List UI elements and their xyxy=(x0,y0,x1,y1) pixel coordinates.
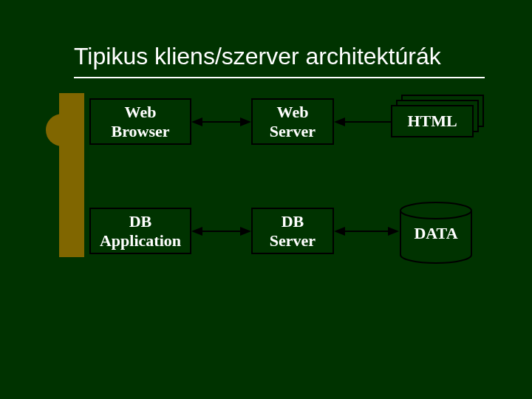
text-line: Application xyxy=(100,231,181,250)
text-line: DB xyxy=(129,212,152,231)
svg-marker-12 xyxy=(240,227,251,236)
arrow-dbserver-data xyxy=(334,225,399,238)
svg-marker-7 xyxy=(240,117,251,126)
title-underline xyxy=(74,77,485,78)
text-line: Web xyxy=(125,103,157,121)
svg-marker-14 xyxy=(334,227,345,236)
data-cylinder: DATA xyxy=(399,202,473,264)
text-line: Server xyxy=(270,122,316,140)
stack-card-front: HTML xyxy=(391,105,474,137)
svg-marker-9 xyxy=(334,117,345,126)
box-web-server: Web Server xyxy=(251,98,334,145)
svg-marker-15 xyxy=(388,227,399,236)
text-line: Web xyxy=(277,103,309,121)
text-line: Browser xyxy=(111,122,169,140)
html-document-stack: HTML xyxy=(391,95,484,140)
text-line: Server xyxy=(270,231,316,250)
arrow-server-html xyxy=(334,115,391,129)
svg-marker-6 xyxy=(191,117,202,126)
svg-marker-11 xyxy=(191,227,202,236)
box-db-application: DB Application xyxy=(89,208,191,254)
arrow-browser-server xyxy=(191,115,251,129)
slide-title: Tipikus kliens/szerver architektúrák xyxy=(74,43,441,70)
box-db-server: DB Server xyxy=(251,208,334,254)
decor-rect xyxy=(59,93,84,257)
html-label: HTML xyxy=(407,112,457,131)
svg-point-4 xyxy=(400,202,471,219)
arrow-app-dbserver xyxy=(191,225,251,238)
box-web-browser: Web Browser xyxy=(89,98,191,145)
text-line: DB xyxy=(282,212,304,231)
data-label: DATA xyxy=(399,224,473,243)
